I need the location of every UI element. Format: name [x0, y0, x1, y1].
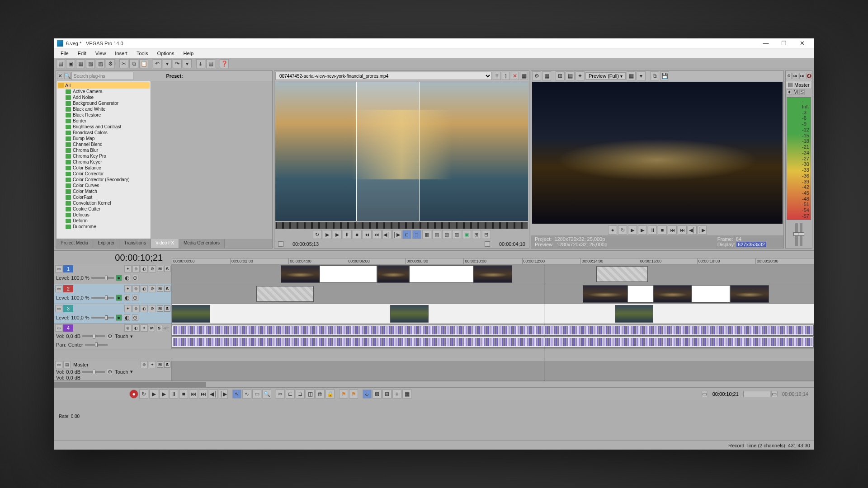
timeline-timecode[interactable]: 00:00:10;21 — [54, 253, 172, 263]
prev-copy-icon[interactable]: ⧉ — [650, 71, 659, 80]
tab-transitions[interactable]: Transitions — [119, 239, 151, 248]
add-track-icon[interactable]: ▤ — [432, 230, 441, 239]
paste-icon[interactable]: 📋 — [139, 59, 148, 68]
timeline-scrollbar[interactable] — [54, 381, 814, 387]
tl-start-icon[interactable]: ⏮ — [189, 389, 198, 399]
tl-play-icon[interactable]: ▶ — [159, 389, 168, 399]
menu-options[interactable]: Options — [153, 50, 179, 57]
track-motion-icon[interactable]: ✦ — [124, 265, 132, 272]
comp-mode-icon[interactable]: ◐ — [124, 275, 130, 281]
track-body-a1[interactable] — [172, 324, 814, 349]
menu-insert[interactable]: Insert — [110, 50, 132, 57]
track-s[interactable]: S — [164, 266, 170, 272]
timeline-ruler[interactable]: 00:00:00:0000:00:02:0000:00:04:0000:00:0… — [172, 258, 814, 264]
track-body-v2[interactable] — [172, 284, 814, 304]
undo-icon[interactable]: ↶ — [153, 59, 162, 68]
track-motion-icon[interactable]: ✦ — [124, 285, 132, 292]
auto-ripple-icon[interactable]: ⊠ — [373, 389, 382, 399]
tl-pause-icon[interactable]: ⏸ — [169, 389, 178, 399]
trimmer-tool1-icon[interactable]: ⫿ — [502, 72, 510, 80]
tc-box1-icon[interactable] — [278, 241, 283, 247]
delete-icon[interactable]: 🗑 — [316, 389, 325, 399]
clip-v1-4[interactable] — [596, 266, 648, 282]
master-mute-icon[interactable]: 🔇 — [806, 73, 812, 79]
fx-item[interactable]: Add Noise — [57, 94, 150, 100]
bottom-tc1[interactable]: 00:00:10;21 — [709, 391, 742, 397]
track-m[interactable]: M — [157, 266, 163, 272]
undo-drop-icon[interactable]: ▾ — [163, 59, 172, 68]
search-icon[interactable]: 🔍 — [64, 73, 71, 79]
trimmer-file-select[interactable]: 007447452-aerial-view-new-york-financial… — [275, 72, 492, 80]
tc-box2-icon[interactable]: ▭ — [771, 391, 778, 397]
track-body-v3[interactable] — [172, 304, 814, 324]
parent-icon[interactable]: ⊙ — [132, 275, 138, 281]
prev-opt1-icon[interactable]: ⚙ — [532, 71, 541, 80]
fx-item[interactable]: Active Camera — [57, 89, 150, 94]
prev-loop-icon[interactable]: ↻ — [618, 225, 627, 235]
clip-v2-2b[interactable] — [627, 285, 653, 303]
level-slider[interactable] — [91, 297, 114, 299]
go-end-icon[interactable]: ⏭ — [373, 230, 382, 239]
track-fx-icon[interactable]: ⊕ — [132, 265, 140, 272]
close-button[interactable]: ✕ — [793, 39, 811, 47]
track-fx-icon[interactable]: ⊕ — [132, 285, 140, 292]
tl-stop-icon[interactable]: ■ — [179, 389, 188, 399]
tab-video-fx[interactable]: Video FX — [151, 239, 179, 248]
trim-start-icon[interactable]: ⊏ — [286, 389, 295, 399]
fx-item[interactable]: ColorFast — [57, 194, 150, 200]
toggle-icon[interactable]: ▦ — [402, 389, 411, 399]
prev-pause-icon[interactable]: ⏸ — [648, 225, 657, 235]
env-tool-icon[interactable]: ∿ — [242, 389, 251, 399]
redo-icon[interactable]: ↷ — [173, 59, 182, 68]
audio-clip-r[interactable] — [172, 337, 814, 347]
tl-nextf-icon[interactable]: │▶ — [219, 389, 228, 399]
track-num-4[interactable]: 4 — [63, 324, 73, 332]
clip-v3-3[interactable] — [615, 305, 653, 323]
prev-ext-icon[interactable]: ⊞ — [556, 71, 565, 80]
marker-in-icon[interactable]: ⚑ — [339, 389, 348, 399]
select-tool-icon[interactable]: ▭ — [252, 389, 261, 399]
trimmer-filmstrip[interactable] — [275, 222, 528, 229]
touch-icon[interactable]: ⚙ — [107, 333, 113, 339]
fx-item[interactable]: Color Corrector (Secondary) — [57, 177, 150, 183]
tc-box2-icon[interactable] — [485, 241, 490, 247]
fx-item[interactable]: Bump Map — [57, 136, 150, 141]
track-num-3[interactable]: 3 — [63, 305, 73, 312]
record-icon[interactable]: ● — [608, 225, 617, 235]
prev-play-icon[interactable]: ▶ — [638, 225, 647, 235]
clip-v2-3[interactable] — [653, 285, 692, 303]
tl-prevf-icon[interactable]: ◀│ — [209, 389, 218, 399]
fx-item[interactable]: Chroma Keyer — [57, 159, 150, 165]
properties-icon[interactable]: ▨ — [96, 59, 105, 68]
zoom-tool-icon[interactable]: 🔍 — [262, 389, 271, 399]
master-gear-icon[interactable]: ⚙ — [786, 73, 792, 79]
tab-project-media[interactable]: Project Media — [56, 239, 93, 248]
render-icon[interactable]: ▧ — [86, 59, 95, 68]
fx-root-all[interactable]: All — [57, 82, 150, 89]
trimmer-selection[interactable] — [356, 82, 420, 221]
fx-item[interactable]: Channel Blend — [57, 141, 150, 147]
lock-icon[interactable]: 🔒 — [326, 389, 335, 399]
clip-v1-3[interactable] — [473, 265, 512, 283]
audio-clip[interactable] — [172, 325, 814, 336]
prev-overlay-icon[interactable]: ▦ — [627, 71, 636, 80]
clip-v1-1b[interactable] — [320, 265, 377, 283]
tc-box-icon[interactable]: ▭ — [702, 391, 708, 397]
new-icon[interactable]: ▤ — [56, 59, 65, 68]
fx-item[interactable]: Color Balance — [57, 165, 150, 171]
open-icon[interactable]: ▣ — [66, 59, 75, 68]
save-icon[interactable]: ▦ — [76, 59, 85, 68]
fx-item[interactable]: Cookie Cutter — [57, 206, 150, 212]
close-panel-icon[interactable]: ✕ — [57, 73, 63, 79]
fx-search-input[interactable] — [71, 72, 133, 80]
split-icon[interactable]: ◫ — [306, 389, 315, 399]
tool-a-icon[interactable]: ▧ — [442, 230, 451, 239]
prev-start-icon[interactable]: ⏮ — [668, 225, 677, 235]
fader-r[interactable] — [800, 223, 802, 246]
play-start-icon[interactable]: ▶ — [323, 230, 332, 239]
clip-v2-2[interactable] — [583, 285, 627, 303]
copy-icon[interactable]: ⧉ — [129, 59, 138, 68]
clip-v2-3b[interactable] — [692, 285, 730, 303]
preview-video[interactable] — [532, 82, 783, 224]
track-min-icon[interactable]: ▭ — [55, 285, 62, 292]
